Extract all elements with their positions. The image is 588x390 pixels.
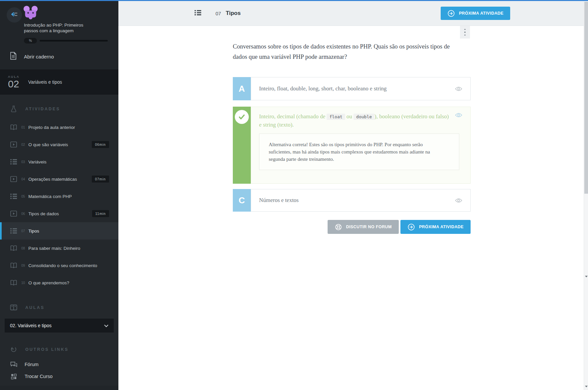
course-title: Introdução ao PHP: Primeiros passos com …	[24, 22, 94, 34]
activity-item-04[interactable]: 04 Operações matemáticas 07min	[0, 170, 118, 188]
correct-answer-text: Inteiro, decimal (chamado de float ou do…	[259, 113, 450, 129]
activity-header: 07 Tipos PRÓXIMA ATIVIDADE	[118, 1, 584, 26]
more-options-kebab-button[interactable]	[460, 26, 470, 39]
top-accent-bar	[0, 0, 588, 1]
next-activity-button-bottom[interactable]: PRÓXIMA ATIVIDADE	[400, 220, 471, 234]
activity-item-08[interactable]: 08 Para saber mais: Dinheiro	[0, 240, 118, 257]
discuss-forum-button[interactable]: DISCUTIR NO FORUM	[328, 220, 399, 234]
aulas-header: AULAS	[0, 302, 118, 313]
activity-item-06[interactable]: 06 Tipos de dados 11min	[0, 205, 118, 222]
eye-icon[interactable]	[455, 113, 462, 118]
activity-item-01[interactable]: 01 Projeto da aula anterior	[0, 119, 118, 136]
progress-bar	[40, 40, 108, 42]
check-circle-icon	[235, 110, 249, 124]
question-text: Conversamos sobre os tipos de dados exis…	[233, 42, 455, 62]
notebook-document-icon	[10, 52, 17, 61]
activity-item-07-active[interactable]: 07 Tipos	[0, 222, 118, 240]
duration-badge: 06min	[92, 141, 109, 148]
answer-option-c[interactable]: C Números e textos	[233, 189, 471, 212]
video-icon	[10, 142, 17, 147]
sidebar-course-header: Introdução ao PHP: Primeiros passos com …	[0, 0, 118, 44]
vertical-scrollbar[interactable]	[584, 1, 588, 390]
link-loop-icon	[10, 346, 17, 353]
lesson-select-dropdown[interactable]: 02. Variáveis e tipos	[5, 319, 114, 333]
option-text: Inteiro, float, double, long, short, cha…	[259, 85, 387, 92]
list-icon	[10, 193, 17, 199]
activities-header: ATIVIDADES	[0, 103, 118, 115]
aulas-section: AULAS 02. Variáveis e tipos	[0, 296, 118, 339]
php-elephant-logo-icon	[23, 5, 39, 21]
arrow-circle-right-icon	[407, 223, 415, 231]
main-content: 07 Tipos PRÓXIMA ATIVIDADE Conversamos s…	[118, 1, 584, 390]
feedback-text: Alternativa correta! Estes são os tipos …	[269, 141, 437, 163]
sidebar-item-forum[interactable]: Fórum	[0, 358, 118, 370]
video-icon	[10, 211, 17, 217]
lesson-label: AULA	[8, 75, 20, 78]
eye-icon[interactable]	[455, 86, 462, 91]
answer-options: A Inteiro, float, double, long, short, c…	[233, 77, 471, 234]
page-title: Tipos	[226, 10, 241, 17]
activity-item-09[interactable]: 09 Consolidando o seu conhecimento	[0, 257, 118, 274]
activity-item-03[interactable]: 03 Variáveis	[0, 153, 118, 170]
code-chip-double: double	[354, 114, 374, 120]
activities-list: 01 Projeto da aula anterior 02 O que são…	[0, 119, 118, 291]
option-letter: C	[233, 189, 251, 212]
list-icon	[10, 228, 17, 234]
book-icon	[10, 280, 17, 286]
other-links-header: OUTROS LINKS	[0, 344, 118, 355]
activity-list-icon	[195, 10, 201, 17]
option-letter: A	[233, 77, 251, 100]
lesson-title: Variáveis e tipos	[28, 79, 62, 85]
activities-section: ATIVIDADES 01 Projeto da aula anterior 0…	[0, 95, 118, 296]
current-lesson-badge: AULA 02 Variáveis e tipos	[0, 69, 118, 95]
scroll-down-arrow-icon[interactable]	[584, 274, 588, 279]
arrow-circle-right-icon	[447, 10, 455, 17]
correct-marker-cell	[233, 107, 251, 184]
back-arrow-icon	[10, 10, 18, 20]
sidebar-item-trocar-curso[interactable]: Trocar Curso	[0, 370, 118, 382]
footer-actions: DISCUTIR NO FORUM PRÓXIMA ATIVIDADE	[233, 220, 471, 234]
duration-badge: 07min	[92, 176, 109, 183]
lifebuoy-icon	[335, 223, 342, 231]
progress-percent-badge: %	[24, 38, 37, 44]
collapse-sidebar-button[interactable]	[7, 7, 22, 23]
video-icon	[10, 176, 17, 182]
option-text: Números e textos	[259, 197, 299, 204]
duration-badge: 11min	[92, 210, 109, 217]
scroll-down-arrow-icon[interactable]	[584, 384, 588, 389]
flask-icon	[10, 105, 17, 113]
open-book-icon	[10, 304, 17, 311]
book-icon	[10, 124, 17, 130]
open-notebook-button[interactable]: Abrir caderno	[0, 44, 118, 69]
grid-icon	[10, 374, 17, 379]
code-chip-float: float	[327, 114, 345, 120]
course-sidebar: Introdução ao PHP: Primeiros passos com …	[0, 0, 118, 390]
other-links-section: OUTROS LINKS Fórum Trocar Curso	[0, 339, 118, 386]
book-icon	[10, 245, 17, 251]
answer-option-a[interactable]: A Inteiro, float, double, long, short, c…	[233, 77, 471, 100]
scrollbar-thumb[interactable]	[584, 2, 588, 194]
course-progress: %	[24, 38, 108, 44]
activity-item-02[interactable]: 02 O que são variáveis 06min	[0, 136, 118, 153]
list-icon	[10, 159, 17, 165]
eye-icon[interactable]	[455, 198, 462, 203]
answer-option-correct[interactable]: Inteiro, decimal (chamado de float ou do…	[233, 107, 471, 184]
next-activity-button-top[interactable]: PRÓXIMA ATIVIDADE	[441, 7, 510, 20]
activity-item-05[interactable]: 05 Matemática com PHP	[0, 188, 118, 205]
forum-bubbles-icon	[10, 361, 17, 367]
chevron-down-icon	[104, 323, 108, 329]
feedback-box: Alternativa correta! Estes são os tipos …	[259, 134, 459, 170]
book-icon	[10, 262, 17, 268]
activity-item-10[interactable]: 10 O que aprendemos?	[0, 274, 118, 291]
lesson-number: 02	[8, 79, 20, 89]
activity-number: 07	[216, 11, 221, 16]
